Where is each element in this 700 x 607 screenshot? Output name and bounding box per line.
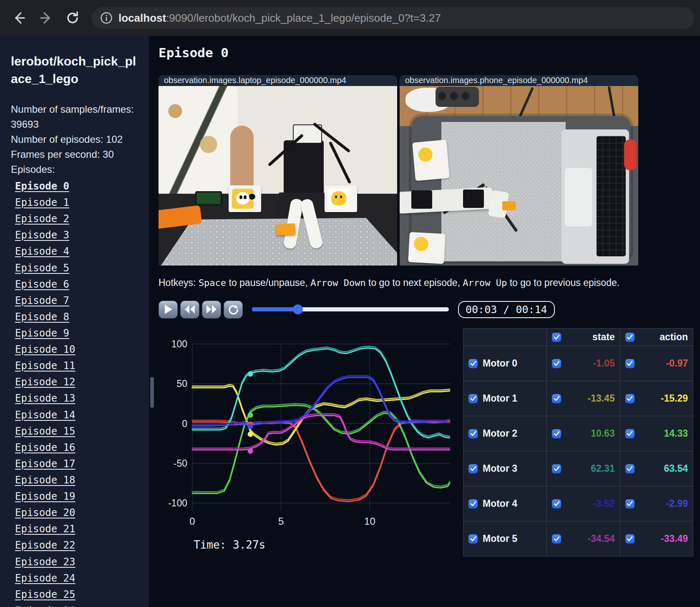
action-checkbox-0[interactable] <box>625 359 635 368</box>
episode-link-14[interactable]: Episode 14 <box>15 409 76 421</box>
episode-link-0[interactable]: Episode 0 <box>15 180 69 192</box>
episode-link-7[interactable]: Episode 7 <box>15 295 69 306</box>
action-checkbox-3[interactable] <box>625 464 635 473</box>
episode-link-4[interactable]: Episode 4 <box>15 245 69 257</box>
episode-link-21[interactable]: Episode 21 <box>15 523 76 535</box>
scrollbar-thumb[interactable] <box>150 377 154 408</box>
back-icon[interactable] <box>10 9 28 27</box>
page-title: Episode 0 <box>159 45 229 60</box>
episode-link-26[interactable]: Episode 26 <box>15 605 76 607</box>
episode-link-23[interactable]: Episode 23 <box>15 556 76 568</box>
current-time-marker-5 <box>248 448 253 454</box>
hotkey-space: Space <box>199 278 226 288</box>
state-checkbox-5[interactable] <box>552 534 561 544</box>
play-button[interactable] <box>159 301 178 319</box>
episode-list-item: Episode 5 <box>15 261 138 275</box>
forward-icon[interactable] <box>37 9 55 27</box>
episode-link-8[interactable]: Episode 8 <box>15 311 69 323</box>
state-value: -1.05 <box>566 358 614 369</box>
site-info-icon[interactable] <box>100 12 113 24</box>
state-checkbox-1[interactable] <box>552 394 561 403</box>
action-checkbox-4[interactable] <box>625 499 635 508</box>
hotkeys-mid3: to go to previous episode. <box>507 277 619 288</box>
motor-row-4: Motor 4-3.52-2.99 <box>463 486 693 521</box>
episode-list-item: Episode 16 <box>15 441 138 455</box>
state-checkbox-2[interactable] <box>552 429 561 438</box>
episode-list-item: Episode 19 <box>15 490 138 503</box>
action-all-checkbox[interactable] <box>625 333 635 342</box>
episode-list-item: Episode 9 <box>15 326 138 340</box>
episode-link-13[interactable]: Episode 13 <box>15 392 76 404</box>
stat-fps: Frames per second: 30 <box>11 147 138 162</box>
rewind-button[interactable] <box>180 301 199 319</box>
action-col-header: action <box>620 329 693 346</box>
motor-checkbox-1[interactable] <box>468 394 478 403</box>
series-state-0 <box>192 420 450 500</box>
episode-link-16[interactable]: Episode 16 <box>15 442 76 453</box>
motor-row-2: Motor 210.6314.33 <box>463 416 693 451</box>
video-phone-player[interactable] <box>400 86 638 266</box>
episode-link-5[interactable]: Episode 5 <box>15 262 69 274</box>
episode-link-12[interactable]: Episode 12 <box>15 376 76 388</box>
chart-column: 100500-50-1000510 Time: 3.27s <box>159 328 463 556</box>
motor-checkbox-0[interactable] <box>468 359 478 368</box>
sidebar: lerobot/koch_pick_place_1_lego Number of… <box>0 36 149 607</box>
seek-slider[interactable] <box>252 307 449 311</box>
episode-link-3[interactable]: Episode 3 <box>15 229 69 241</box>
stat-episodes: Number of episodes: 102 <box>11 132 138 147</box>
episode-link-18[interactable]: Episode 18 <box>15 474 76 486</box>
action-header-label: action <box>635 331 688 343</box>
episode-link-11[interactable]: Episode 11 <box>15 360 76 372</box>
address-bar[interactable]: localhost:9090/lerobot/koch_pick_place_1… <box>92 7 694 29</box>
state-checkbox-0[interactable] <box>552 359 561 368</box>
episode-link-2[interactable]: Episode 2 <box>15 213 69 225</box>
scene-panda-box <box>229 185 261 212</box>
episode-list-item: Episode 2 <box>15 212 138 226</box>
scene-hug-box <box>325 185 357 212</box>
state-checkbox-4[interactable] <box>552 499 561 508</box>
state-all-checkbox[interactable] <box>552 333 561 342</box>
action-checkbox-2[interactable] <box>625 429 635 438</box>
episode-list-item: Episode 14 <box>15 408 138 422</box>
loop-button[interactable] <box>224 301 243 319</box>
action-value: 63.54 <box>640 463 688 474</box>
state-checkbox-3[interactable] <box>552 464 561 473</box>
motor-checkbox-5[interactable] <box>468 534 478 544</box>
episode-link-25[interactable]: Episode 25 <box>15 589 76 600</box>
motor-name: Motor 1 <box>483 393 517 404</box>
motor-chart[interactable]: 100500-50-1000510 <box>159 328 457 528</box>
panda-sticker <box>232 189 254 209</box>
seek-slider-thumb[interactable] <box>293 304 303 314</box>
fast-forward-button[interactable] <box>202 301 221 319</box>
motor-name: Motor 3 <box>483 463 517 474</box>
episode-list-item: Episode 12 <box>15 375 138 389</box>
motor-row-0: Motor 0-1.05-0.97 <box>463 346 693 381</box>
video-laptop-player[interactable] <box>159 86 397 266</box>
episode-link-24[interactable]: Episode 24 <box>15 572 76 584</box>
motor-checkbox-2[interactable] <box>468 429 478 438</box>
episode-link-15[interactable]: Episode 15 <box>15 425 76 437</box>
scene-pcb <box>195 191 222 205</box>
motor-checkbox-3[interactable] <box>468 464 478 473</box>
episode-link-9[interactable]: Episode 9 <box>15 327 69 339</box>
action-checkbox-5[interactable] <box>625 534 635 544</box>
episode-link-10[interactable]: Episode 10 <box>15 344 76 355</box>
episode-link-17[interactable]: Episode 17 <box>15 458 76 470</box>
stat-samples: Number of samples/frames: 39693 <box>11 102 138 132</box>
episode-list-item: Episode 3 <box>15 228 138 242</box>
episode-link-1[interactable]: Episode 1 <box>15 197 69 208</box>
motor-row-5: Motor 5-34.54-33.49 <box>463 521 693 556</box>
motor-name: Motor 0 <box>483 358 517 369</box>
hotkeys-mid1: to pause/unpause, <box>226 277 310 288</box>
reload-icon[interactable] <box>63 9 82 27</box>
video-laptop: observation.images.laptop_episode_000000… <box>159 75 397 266</box>
motor-checkbox-4[interactable] <box>468 499 478 508</box>
episode-link-20[interactable]: Episode 20 <box>15 507 76 518</box>
action-checkbox-1[interactable] <box>625 394 635 403</box>
dataset-title: lerobot/koch_pick_place_1_lego <box>11 53 138 88</box>
episode-link-22[interactable]: Episode 22 <box>15 539 76 551</box>
episode-link-6[interactable]: Episode 6 <box>15 278 69 290</box>
episode-link-19[interactable]: Episode 19 <box>15 491 76 502</box>
episode-list-item: Episode 7 <box>15 294 138 308</box>
episode-list-item: Episode 8 <box>15 310 138 324</box>
